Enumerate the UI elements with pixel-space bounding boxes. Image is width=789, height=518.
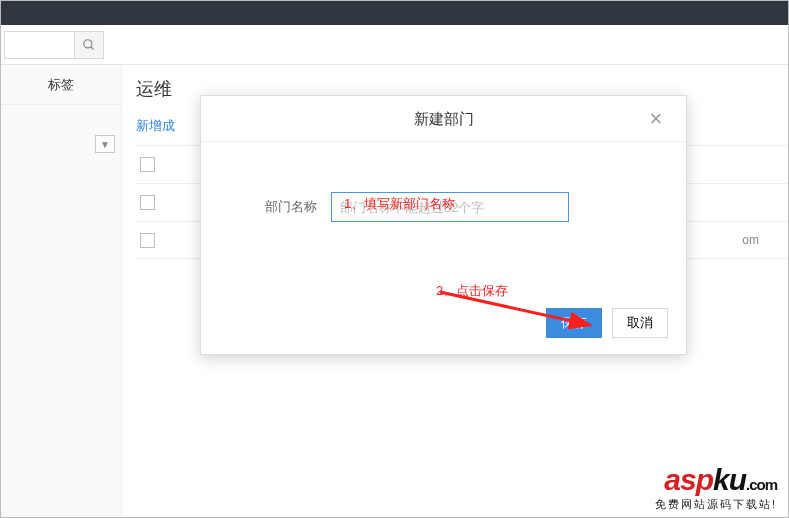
department-name-label: 部门名称: [265, 198, 317, 216]
save-button[interactable]: 保存: [546, 308, 602, 338]
watermark-subtitle: 免费网站源码下载站!: [655, 497, 777, 512]
new-department-dialog: 新建部门 × 部门名称 保存 取消: [200, 95, 687, 355]
dialog-title: 新建部门: [414, 110, 474, 127]
row-checkbox[interactable]: [140, 195, 155, 210]
close-icon: ×: [650, 96, 663, 142]
cancel-button[interactable]: 取消: [612, 308, 668, 338]
row-text: om: [742, 233, 759, 247]
row-checkbox[interactable]: [140, 157, 155, 172]
dialog-header: 新建部门 ×: [201, 96, 686, 142]
search-icon: [82, 38, 96, 52]
department-name-input[interactable]: [331, 192, 569, 222]
close-button[interactable]: ×: [636, 96, 676, 142]
sidebar-tab-tags[interactable]: 标签: [0, 65, 121, 105]
svg-line-1: [91, 46, 94, 49]
svg-point-0: [84, 39, 92, 47]
sidebar-tree-node[interactable]: ▼: [0, 129, 121, 159]
search-button[interactable]: [74, 31, 104, 59]
watermark-logo: aspku.com: [655, 463, 777, 497]
watermark: aspku.com 免费网站源码下载站!: [655, 463, 777, 512]
search-input[interactable]: [4, 31, 74, 59]
sidebar: 标签 ▼: [0, 65, 122, 518]
top-bar: [0, 0, 789, 25]
row-checkbox[interactable]: [140, 233, 155, 248]
chevron-down-icon[interactable]: ▼: [95, 135, 115, 153]
search-bar: [0, 25, 789, 65]
